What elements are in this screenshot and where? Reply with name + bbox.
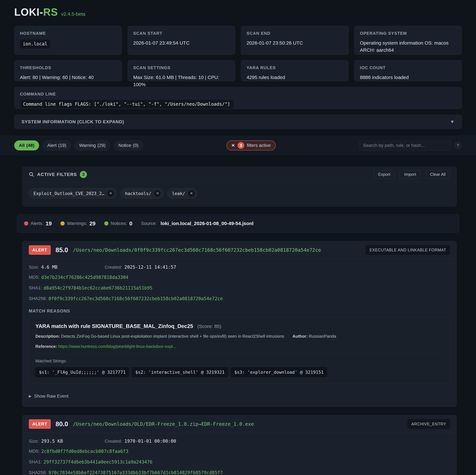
filter-tab-all[interactable]: All (48) <box>14 140 39 151</box>
md5-row: MD5: 2c8fbd0f7fd0ed8ebcacb087c8faa6f3 <box>29 448 450 455</box>
source-stat: Source: loki_ion.local_2026-01-08_00-49-… <box>141 221 254 226</box>
alert-card: ALERT 80.0 /Users/neo/Downloads/OLD/EDR-… <box>22 415 457 475</box>
os-value: Operating system information OS: macos A… <box>360 39 456 53</box>
system-information-expander[interactable]: SYSTEM INFORMATION (CLICK TO EXPAND) ▼ <box>14 115 462 129</box>
filter-chip-label: leak/ <box>172 191 185 196</box>
card-scan-start: SCAN START 2026-01-07 23:49:54 UTC <box>128 26 235 55</box>
tab-count: (0) <box>133 143 138 148</box>
sha1-label: SHA1: <box>29 459 42 464</box>
author-text: RussianPanda <box>309 334 336 339</box>
tab-label: Alert <box>47 143 57 148</box>
sha256-label: SHA256: <box>29 470 47 475</box>
filter-chip[interactable]: hacktools/ ✕ <box>120 188 164 199</box>
search-icon <box>29 172 34 177</box>
tab-count: (19) <box>58 143 66 148</box>
yara-rule-score: (Score: 85) <box>197 324 221 329</box>
sha256-value: 970c7834e58b6ef22473875167a333dbb33bf7b6… <box>49 470 223 475</box>
export-button[interactable]: Export <box>374 170 394 179</box>
search-input[interactable] <box>359 140 450 151</box>
tab-label: All <box>19 143 25 148</box>
filter-tab-alert[interactable]: Alert (19) <box>43 140 71 151</box>
author-label: Author: <box>292 334 308 339</box>
card-scan-settings: SCAN SETTINGS Max Size: 61.0 MB | Thread… <box>128 60 235 81</box>
alert-file-path[interactable]: /Users/neo/Downloads/OLD/EDR-Freeze_1.0.… <box>73 421 403 427</box>
filter-tab-warning[interactable]: Warning (29) <box>74 140 110 151</box>
remove-filter-icon[interactable]: ✕ <box>188 190 195 197</box>
notice-dot-icon <box>104 221 108 225</box>
md5-row: MD5: d3e7b234cf76286c425d987818da3304 <box>29 274 450 280</box>
app-version: v2.4.5-beta <box>61 11 85 17</box>
warnings-label: Warnings: <box>67 221 87 226</box>
card-label: SCAN END <box>247 31 343 36</box>
sha1-row: SHA1: 29ff32737f4d6eb3b441a0eec5913c1a9a… <box>29 459 450 465</box>
file-meta-row: Size: 4.6 MB Created: 2025-12-11 14:41:5… <box>29 265 450 270</box>
size-label: Size: <box>29 265 39 270</box>
alerts-count: 19 <box>46 220 52 227</box>
loki-rs-report-page: LOKI-RS v2.4.5-beta HOSTNAME ion.local S… <box>0 0 476 475</box>
filter-chip[interactable]: Exploit_Outlook_CVE_2023_2… ✕ <box>29 188 117 199</box>
active-filters-panel: ACTIVE FILTERS 3 Export Import Clear All… <box>22 166 457 206</box>
app-title-accent: RS <box>43 6 58 18</box>
clear-all-button[interactable]: Clear All <box>425 170 450 179</box>
command-line-panel: COMMAND LINE Command line flags FLAGS: [… <box>14 87 462 109</box>
sha256-row: SHA256: 0f0f9c339fcc267ec3d560c7168c56f6… <box>29 295 450 302</box>
thresholds-value: Alert: 80 | Warning: 60 | Notice: 40 <box>20 74 116 81</box>
info-card-grid: HOSTNAME ion.local SCAN START 2026-01-07… <box>14 26 462 81</box>
reference-label: Reference: <box>35 344 57 349</box>
rule-reference-row: Reference: https://www.huntress.com/blog… <box>35 344 443 349</box>
card-label: SCAN START <box>133 31 230 36</box>
active-filters-count-badge: 3 <box>80 171 87 178</box>
remove-filter-icon[interactable]: ✕ <box>107 190 114 197</box>
notices-label: Notices: <box>111 221 127 226</box>
command-line-value: Command line flags FLAGS: ["./loki", "--… <box>20 100 233 108</box>
md5-value: d3e7b234cf76286c425d987818da3304 <box>41 275 128 280</box>
notices-stat: Notices: 0 <box>104 220 132 227</box>
sha1-label: SHA1: <box>29 285 42 290</box>
filter-chip-label: Exploit_Outlook_CVE_2023_2… <box>34 191 104 196</box>
alert-level-badge: ALERT <box>29 419 51 429</box>
alert-file-path[interactable]: /Users/neo/Downloads/0f0f9c339fcc267ec3d… <box>73 247 361 253</box>
tab-count: (48) <box>26 143 34 148</box>
sha1-row: SHA1: d8a954c2f9784b1ec62ccabe6736b21115… <box>29 285 450 291</box>
scan-stats-panel: Alerts: 19 Warnings: 29 Notices: 0 Sourc… <box>17 214 459 233</box>
matched-string-chip: $s2: 'interactive_shell' @ 3219321 <box>132 367 228 377</box>
created-value: 2025-12-11 14:41:57 <box>124 265 176 270</box>
filter-tab-notice[interactable]: Notice (0) <box>114 140 143 151</box>
alert-card-header: ALERT 80.0 /Users/neo/Downloads/OLD/EDR-… <box>22 415 457 433</box>
alert-card-body: Size: 4.6 MB Created: 2025-12-11 14:41:5… <box>22 259 457 407</box>
scan-start-value: 2026-01-07 23:49:54 UTC <box>133 39 230 47</box>
divider <box>35 354 443 354</box>
import-button[interactable]: Import <box>400 170 420 179</box>
file-meta-row: Size: 293.5 KB Created: 1970-01-01 00:00… <box>29 439 450 444</box>
hostname-value: ion.local <box>20 39 50 49</box>
alert-score: 80.0 <box>56 420 68 428</box>
filters-active-pill[interactable]: ✕ 3 filters active <box>226 140 276 151</box>
filter-chips-row: Exploit_Outlook_CVE_2023_2… ✕ hacktools/… <box>22 182 457 206</box>
sha256-row: SHA256: 970c7834e58b6ef22473875167a333db… <box>29 469 450 475</box>
description-label: Description: <box>35 334 60 339</box>
filter-chip[interactable]: leak/ ✕ <box>167 188 197 199</box>
match-reasons-heading: MATCH REASONS <box>29 309 450 314</box>
reference-link[interactable]: https://www.huntress.com/blog/peerblight… <box>58 344 176 349</box>
help-button[interactable]: ? <box>454 141 462 149</box>
show-raw-event-toggle[interactable]: ▶ Show Raw Event <box>29 393 450 399</box>
ioc-count-value: 8886 indicators loaded <box>360 74 456 81</box>
source-label: Source: <box>141 221 157 226</box>
active-filters-title: ACTIVE FILTERS <box>37 172 77 177</box>
close-icon[interactable]: ✕ <box>231 143 235 148</box>
tab-count: (29) <box>97 143 105 148</box>
card-thresholds: THRESHOLDS Alert: 80 | Warning: 60 | Not… <box>14 60 122 81</box>
matched-string-chip: $s1: '_FlAg_UuId;;;;;;' @ 3217771 <box>35 367 129 377</box>
results-area: ACTIVE FILTERS 3 Export Import Clear All… <box>22 166 457 475</box>
app-title-primary: LOKI- <box>14 6 43 18</box>
card-label: YARA RULES <box>247 65 343 70</box>
yara-rules-value: 4295 rules loaded <box>247 74 343 81</box>
chevron-down-icon[interactable]: ▼ <box>450 119 455 124</box>
yara-rule-title: YARA match with rule SIGNATURE_BASE_MAL_… <box>35 323 193 329</box>
matched-string-chip: $s3: 'explorer_download' @ 3219151 <box>231 367 327 377</box>
created-value: 1970-01-01 00:00:00 <box>124 439 176 444</box>
remove-filter-icon[interactable]: ✕ <box>154 190 161 197</box>
rule-description-row: Description: Detects ZinFoq Go-based Lin… <box>35 333 443 339</box>
card-label: OPERATING SYSTEM <box>360 31 456 36</box>
card-label: THRESHOLDS <box>20 65 116 70</box>
